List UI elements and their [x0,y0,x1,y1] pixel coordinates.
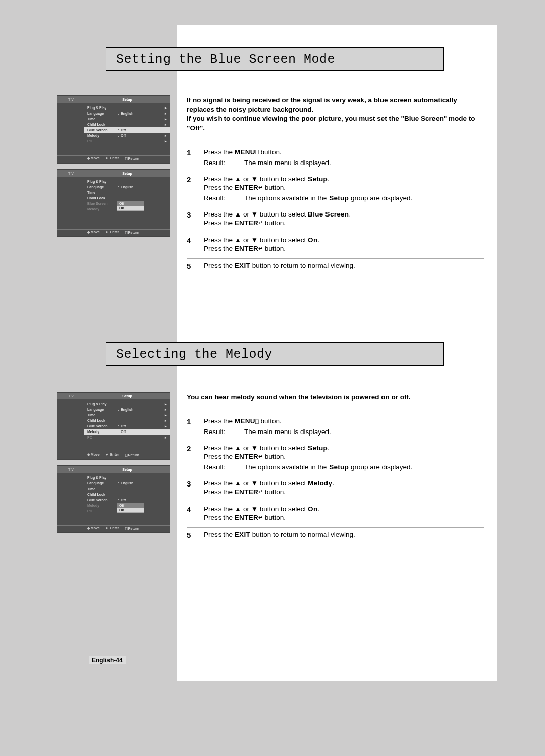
menu-footer-item: ↵ Enter [106,156,119,160]
menu-item: Language:English [87,184,167,190]
step-line: Press the ▲ or ▼ button to select On. [204,505,484,513]
osd-menu-1b: T VSetupPlug & PlayLanguage:EnglishTimeC… [57,169,170,237]
menu-footer-item: ⎕ Return [125,231,140,234]
step-line: Press the ENTER↵ button. [204,514,484,521]
step-body: Press the MENU⎕ button.Result:The main m… [204,417,484,436]
result-text: The main menu is displayed. [244,428,484,436]
menu-item: Plug & Play [87,475,167,480]
osd-menu-2a: T VSetupPlug & Play▸Language:English▸Tim… [57,392,170,460]
section-1-content: If no signal is being received or the si… [187,96,484,276]
section-1-steps: 1Press the MENU⎕ button.Result:The main … [187,145,484,276]
step-body: Press the ▲ or ▼ button to select Melody… [204,479,484,497]
menu-footer-item: ⎕ Return [125,527,140,530]
step-number: 4 [187,236,204,253]
section-title: Setting the Blue Screen Mode [116,52,335,67]
menu-item: Time▸ [87,116,167,122]
result-label: Result: [204,463,244,471]
step-line: Press the ▲ or ▼ button to select Blue S… [204,210,484,218]
menu-item: Child Lock [87,492,167,497]
menu-item: Plug & Play [87,179,167,184]
step-number: 2 [187,444,204,471]
instruction-step: 4Press the ▲ or ▼ button to select On.Pr… [187,502,484,528]
menu-item: Language:English▸ [87,111,167,116]
menu-item: Plug & Play▸ [87,401,167,407]
step-result: Result:The options available in the Setu… [204,194,484,202]
menu-tv-label: T V [57,172,85,175]
instruction-step: 2Press the ▲ or ▼ button to select Setup… [187,172,484,207]
menu-item: Blue Screen:Off [87,497,167,503]
menu-footer-item: ↵ Enter [106,230,119,234]
osd-menu-2b: T VSetupPlug & PlayLanguage:EnglishTimeC… [57,465,170,533]
step-line: Press the ▲ or ▼ button to select Setup. [204,175,484,183]
section-heading-1: Setting the Blue Screen Mode [106,47,444,71]
menu-item: Blue Screen:Off▸ [84,127,170,133]
manual-page: Setting the Blue Screen Mode T VSetupPlu… [0,0,545,756]
result-label: Result: [204,194,244,202]
menu-item: PC▸ [87,138,167,144]
instruction-step: 3Press the ▲ or ▼ button to select Blue … [187,207,484,233]
instruction-step: 1Press the MENU⎕ button.Result:The main … [187,145,484,172]
step-body: Press the EXIT button to return to norma… [204,262,484,271]
step-body: Press the ▲ or ▼ button to select Setup.… [204,175,484,202]
section-title: Selecting the Melody [116,347,272,362]
menu-footer: ◆ Move↵ Enter⎕ Return [57,452,170,457]
menu-footer: ◆ Move↵ Enter⎕ Return [57,525,170,531]
step-line: Press the ENTER↵ button. [204,219,484,227]
step-line: Press the ▲ or ▼ button to select Melody… [204,479,484,487]
menu-footer-item: ◆ Move [87,453,100,457]
menu-footer: ◆ Move↵ Enter⎕ Return [57,155,170,161]
menu-item: Plug & Play▸ [87,105,167,111]
menu-item: Time [87,190,167,195]
menu-item: Child Lock▸ [87,122,167,127]
menu-dropdown: OffOn [117,503,144,513]
step-line: Press the MENU⎕ button. [204,148,484,156]
menu-setup-label: Setup [85,172,170,175]
menu-item: Blue Screen:Off▸ [87,423,167,429]
result-label: Result: [204,428,244,436]
menu-setup-label: Setup [85,98,170,101]
step-number: 1 [187,417,204,436]
step-line: Press the ENTER↵ button. [204,488,484,496]
section-2-steps: 1Press the MENU⎕ button.Result:The main … [187,414,484,545]
step-number: 3 [187,210,204,228]
instruction-step: 2Press the ▲ or ▼ button to select Setup… [187,441,484,476]
step-body: Press the ▲ or ▼ button to select On.Pre… [204,236,484,253]
menu-tv-label: T V [57,98,85,101]
step-number: 5 [187,531,204,539]
divider [187,409,484,409]
menu-item: Time [87,486,167,492]
step-body: Press the ▲ or ▼ button to select Blue S… [204,210,484,228]
menu-item: Melody:Off▸ [87,133,167,138]
step-number: 4 [187,505,204,522]
step-number: 1 [187,148,204,167]
dropdown-option: Off [117,201,144,206]
step-line: Press the ENTER↵ button. [204,453,484,460]
instruction-step: 5Press the EXIT button to return to norm… [187,528,484,545]
menu-footer-item: ◆ Move [87,526,100,530]
osd-menu-1a: T VSetupPlug & Play▸Language:English▸Tim… [57,95,170,164]
step-body: Press the ▲ or ▼ button to select Setup.… [204,444,484,471]
result-text: The options available in the Setup group… [244,463,484,471]
step-result: Result:The main menu is displayed. [204,159,484,167]
menu-footer-item: ⎕ Return [125,157,140,160]
menu-dropdown: OffOn [117,201,144,211]
menu-setup-label: Setup [85,468,170,471]
menu-footer-item: ◆ Move [87,156,100,160]
instruction-step: 4Press the ▲ or ▼ button to select On.Pr… [187,233,484,259]
divider [187,140,484,140]
section-heading-2: Selecting the Melody [106,342,444,366]
instruction-step: 3Press the ▲ or ▼ button to select Melod… [187,476,484,502]
step-line: Press the EXIT button to return to norma… [204,262,484,269]
menu-item: Language:English [87,480,167,486]
dropdown-option: On [117,206,144,210]
step-line: Press the ▲ or ▼ button to select On. [204,236,484,244]
step-number: 2 [187,175,204,202]
step-number: 3 [187,479,204,497]
result-text: The main menu is displayed. [244,159,484,167]
step-body: Press the EXIT button to return to norma… [204,531,484,539]
step-body: Press the ▲ or ▼ button to select On.Pre… [204,505,484,522]
section-1-intro: If no signal is being received or the si… [187,96,484,133]
menu-tv-label: T V [57,394,85,398]
page-number: English-44 [89,656,126,664]
menu-footer-item: ↵ Enter [106,453,119,457]
